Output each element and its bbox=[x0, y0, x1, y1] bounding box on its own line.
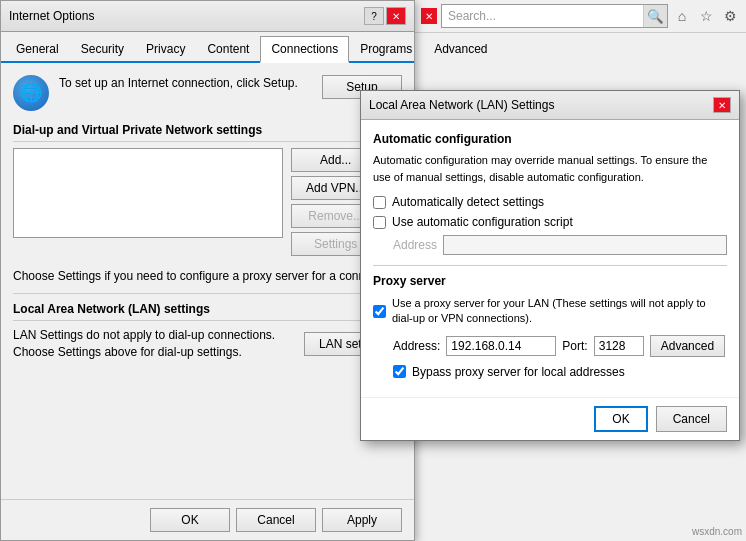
tab-programs[interactable]: Programs bbox=[349, 36, 423, 61]
vpn-list bbox=[13, 148, 283, 238]
titlebar-buttons: ? ✕ bbox=[364, 7, 406, 25]
lan-text: LAN Settings do not apply to dial-up con… bbox=[13, 327, 304, 361]
auto-script-label: Use automatic configuration script bbox=[392, 215, 573, 229]
dialog-footer: OK Cancel Apply bbox=[1, 499, 414, 540]
nav-icons: ⌂ ☆ ⚙ bbox=[672, 6, 740, 26]
modal-footer: OK Cancel bbox=[361, 397, 739, 440]
tab-content[interactable]: Content bbox=[196, 36, 260, 61]
address-label: Address bbox=[393, 238, 437, 252]
lan-row: LAN Settings do not apply to dial-up con… bbox=[13, 327, 402, 361]
auto-detect-label: Automatically detect settings bbox=[392, 195, 544, 209]
tab-security[interactable]: Security bbox=[70, 36, 135, 61]
cancel-button[interactable]: Cancel bbox=[236, 508, 316, 532]
modal-close-button[interactable]: ✕ bbox=[713, 97, 731, 113]
lan-section: Local Area Network (LAN) settings LAN Se… bbox=[13, 293, 402, 361]
advanced-button[interactable]: Advanced bbox=[650, 335, 725, 357]
internet-options-dialog: Internet Options ? ✕ General Security Pr… bbox=[0, 0, 415, 541]
bypass-proxy-checkbox[interactable] bbox=[393, 365, 406, 378]
dialog-close-button[interactable]: ✕ bbox=[386, 7, 406, 25]
use-proxy-label: Use a proxy server for your LAN (These s… bbox=[392, 296, 727, 327]
auto-config-label: Automatic configuration bbox=[373, 132, 727, 146]
tab-general[interactable]: General bbox=[5, 36, 70, 61]
proxy-port-label: Port: bbox=[562, 339, 587, 353]
proxy-address-input[interactable] bbox=[446, 336, 556, 356]
ok-button[interactable]: OK bbox=[150, 508, 230, 532]
browser-tab-close[interactable]: ✕ bbox=[421, 8, 437, 24]
modal-cancel-button[interactable]: Cancel bbox=[656, 406, 727, 432]
bypass-proxy-row: Bypass proxy server for local addresses bbox=[393, 365, 727, 379]
proxy-addr-label: Address: bbox=[393, 339, 440, 353]
star-icon[interactable]: ☆ bbox=[696, 6, 716, 26]
use-proxy-row: Use a proxy server for your LAN (These s… bbox=[373, 296, 727, 327]
watermark: wsxdn.com bbox=[692, 526, 742, 537]
setup-section: 🌐 To set up an Internet connection, clic… bbox=[13, 75, 402, 111]
script-address-input[interactable] bbox=[443, 235, 727, 255]
proxy-port-input[interactable] bbox=[594, 336, 644, 356]
search-input[interactable] bbox=[442, 9, 643, 23]
globe-icon: 🌐 bbox=[13, 75, 49, 111]
dialup-vpn-section: Dial-up and Virtual Private Network sett… bbox=[13, 123, 402, 256]
dialup-header: Dial-up and Virtual Private Network sett… bbox=[13, 123, 402, 142]
search-box-container: 🔍 bbox=[441, 4, 668, 28]
bypass-proxy-label: Bypass proxy server for local addresses bbox=[412, 365, 625, 379]
lan-section-header: Local Area Network (LAN) settings bbox=[13, 302, 402, 321]
apply-button[interactable]: Apply bbox=[322, 508, 402, 532]
modal-content: Automatic configuration Automatic config… bbox=[361, 120, 739, 397]
proxy-divider bbox=[373, 265, 727, 266]
home-icon[interactable]: ⌂ bbox=[672, 6, 692, 26]
modal-title: Local Area Network (LAN) Settings bbox=[369, 98, 554, 112]
auto-config-desc: Automatic configuration may override man… bbox=[373, 152, 727, 185]
modal-titlebar: Local Area Network (LAN) Settings ✕ bbox=[361, 91, 739, 120]
tab-privacy[interactable]: Privacy bbox=[135, 36, 196, 61]
choose-text: Choose Settings if you need to configure… bbox=[13, 268, 402, 285]
script-address-row: Address bbox=[393, 235, 727, 255]
tab-connections[interactable]: Connections bbox=[260, 36, 349, 63]
tabs-bar: General Security Privacy Content Connect… bbox=[1, 32, 414, 63]
use-proxy-checkbox[interactable] bbox=[373, 305, 386, 318]
dialog-titlebar: Internet Options ? ✕ bbox=[1, 1, 414, 32]
auto-script-row: Use automatic configuration script bbox=[373, 215, 727, 229]
dialog-content: 🌐 To set up an Internet connection, clic… bbox=[1, 63, 414, 372]
auto-script-checkbox[interactable] bbox=[373, 216, 386, 229]
dialog-help-button[interactable]: ? bbox=[364, 7, 384, 25]
proxy-address-row: Address: Port: Advanced bbox=[393, 335, 727, 357]
search-button[interactable]: 🔍 bbox=[643, 5, 667, 27]
proxy-section-label: Proxy server bbox=[373, 274, 727, 288]
lan-modal: Local Area Network (LAN) Settings ✕ Auto… bbox=[360, 90, 740, 441]
tab-advanced[interactable]: Advanced bbox=[423, 36, 498, 61]
auto-detect-checkbox[interactable] bbox=[373, 196, 386, 209]
auto-detect-row: Automatically detect settings bbox=[373, 195, 727, 209]
dialog-title: Internet Options bbox=[9, 9, 94, 23]
browser-toolbar: ✕ 🔍 ⌂ ☆ ⚙ bbox=[415, 0, 746, 33]
setup-text: To set up an Internet connection, click … bbox=[59, 75, 312, 92]
gear-icon[interactable]: ⚙ bbox=[720, 6, 740, 26]
modal-ok-button[interactable]: OK bbox=[594, 406, 647, 432]
